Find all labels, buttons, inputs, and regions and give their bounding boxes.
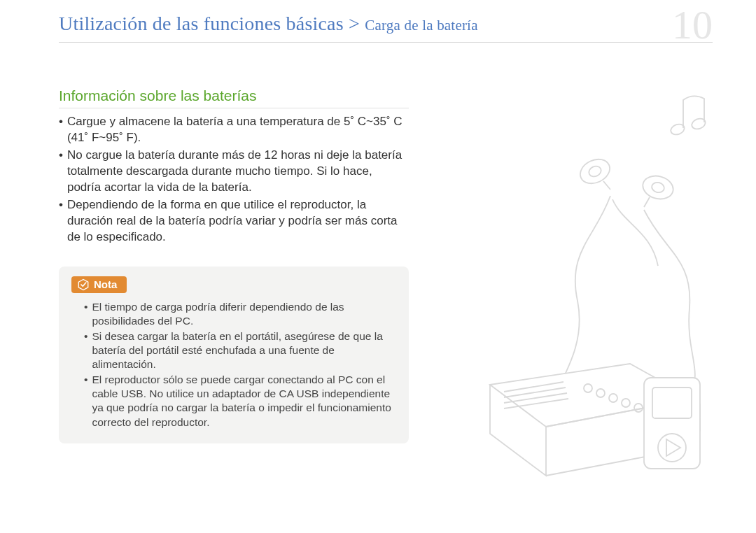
decorative-illustration — [441, 84, 735, 490]
list-item-text: Dependiendo de la forma en que utilice e… — [67, 197, 409, 246]
list-item-text: Si desea cargar la batería en el portáti… — [92, 329, 396, 371]
svg-point-2 — [576, 155, 613, 188]
list-item-text: El reproductor sólo se puede cargar cone… — [92, 373, 396, 429]
breadcrumb: Utilización de las funciones básicas > C… — [59, 13, 478, 35]
main-content: Información sobre las baterías • Cargue … — [59, 87, 409, 443]
svg-point-3 — [587, 164, 603, 178]
bullet-dot: • — [84, 329, 92, 371]
page-number: 10 — [672, 1, 713, 48]
breadcrumb-main: Utilización de las funciones básicas — [59, 13, 344, 34]
list-item-text: Cargue y almacene la batería a una tempe… — [67, 114, 409, 146]
svg-point-5 — [650, 181, 665, 194]
list-item: • El tiempo de carga podría diferir depe… — [84, 300, 396, 328]
note-box: Nota • El tiempo de carga podría diferir… — [59, 266, 409, 443]
svg-point-4 — [640, 173, 676, 202]
section-title: Información sobre las baterías — [59, 87, 409, 108]
note-check-icon — [77, 278, 90, 291]
header-divider — [59, 42, 713, 43]
breadcrumb-sub: Carga de la batería — [365, 17, 477, 34]
bullet-dot: • — [84, 373, 92, 429]
list-item-text: No cargue la batería durante más de 12 h… — [67, 148, 409, 196]
note-header: Nota — [71, 276, 127, 293]
list-item: • No cargue la batería durante más de 12… — [59, 148, 409, 196]
list-item: • Si desea cargar la batería en el portá… — [84, 329, 396, 371]
document-page: Utilización de las funciones básicas > C… — [0, 0, 756, 533]
bullet-dot: • — [84, 300, 92, 328]
list-item: • Dependiendo de la forma en que utilice… — [59, 197, 409, 246]
note-bullet-list: • El tiempo de carga podría diferir depe… — [71, 300, 396, 429]
list-item: • Cargue y almacene la batería a una tem… — [59, 114, 409, 146]
list-item: • El reproductor sólo se puede cargar co… — [84, 373, 396, 429]
bullet-dot: • — [59, 114, 67, 146]
bullet-dot: • — [59, 197, 67, 246]
list-item-text: El tiempo de carga podría diferir depend… — [92, 300, 396, 328]
note-label: Nota — [94, 278, 117, 290]
breadcrumb-separator: > — [344, 13, 365, 34]
bullet-dot: • — [59, 148, 67, 196]
section-bullet-list: • Cargue y almacene la batería a una tem… — [59, 114, 409, 246]
